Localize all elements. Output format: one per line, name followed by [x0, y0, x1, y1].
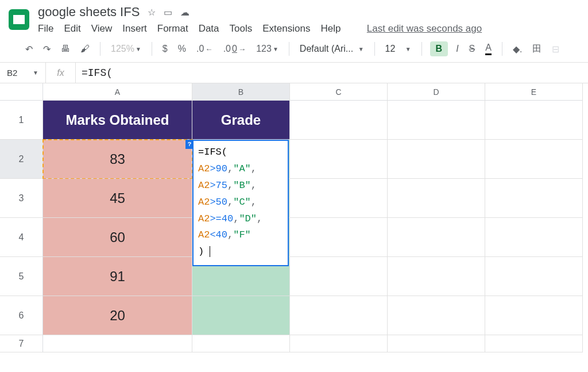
italic-button[interactable]: I [454, 43, 461, 55]
formula-line-0: =IFS( [198, 144, 283, 161]
formula-input[interactable]: =IFS( [76, 67, 588, 79]
bold-button[interactable]: B [430, 41, 448, 56]
text-color-button[interactable]: A [483, 41, 494, 56]
undo-icon[interactable]: ↶ [23, 43, 35, 56]
fx-label: fx [46, 63, 76, 83]
cell-e7[interactable] [485, 335, 583, 352]
name-box[interactable]: B2▼ [0, 63, 46, 83]
cell-c6[interactable] [290, 296, 388, 335]
decrease-decimal-button[interactable]: .0← [194, 43, 215, 55]
formula-editor-popup[interactable]: ? =IFS( A2>90,"A", A2>75,"B", A2>50,"C",… [192, 140, 289, 266]
cell-a1[interactable]: Marks Obtained [43, 101, 192, 140]
menu-bar: File Edit View Insert Format Data Tools … [38, 23, 482, 34]
col-header-b[interactable]: B [192, 83, 290, 101]
spreadsheet-grid: A B C D E 1 Marks Obtained Grade 2 83 3 … [0, 83, 588, 352]
formula-line-4: A2>=40,"D", [198, 211, 283, 228]
cell-a5[interactable]: 91 [43, 257, 192, 296]
formula-line-5: A2<40,"F" [198, 227, 283, 244]
print-icon[interactable]: 🖶 [59, 43, 72, 55]
borders-button[interactable]: 田 [530, 42, 544, 56]
menu-view[interactable]: View [91, 23, 113, 34]
cell-a6[interactable]: 20 [43, 296, 192, 335]
cell-c4[interactable] [290, 218, 388, 257]
cell-e1[interactable] [485, 101, 583, 140]
cell-a4[interactable]: 60 [43, 218, 192, 257]
cloud-icon[interactable]: ☁ [180, 7, 189, 18]
more-formats-dropdown[interactable]: 123 ▼ [254, 43, 281, 55]
fill-color-button[interactable]: ◆. [510, 43, 524, 56]
cell-d4[interactable] [388, 218, 485, 257]
col-header-e[interactable]: E [485, 83, 583, 101]
cell-e2[interactable] [485, 140, 583, 179]
cell-c1[interactable] [290, 101, 388, 140]
move-icon[interactable]: ▭ [164, 7, 172, 18]
menu-data[interactable]: Data [199, 23, 219, 34]
formula-line-2: A2>75,"B", [198, 178, 283, 194]
star-icon[interactable]: ☆ [148, 7, 156, 18]
row-header-6[interactable]: 6 [0, 296, 43, 335]
cell-d7[interactable] [388, 335, 485, 352]
font-size-dropdown[interactable]: 12 ▼ [383, 43, 413, 55]
menu-format[interactable]: Format [157, 23, 188, 34]
font-family-dropdown[interactable]: Default (Ari... ▼ [297, 43, 366, 55]
cell-e4[interactable] [485, 218, 583, 257]
currency-button[interactable]: $ [160, 43, 170, 55]
doc-title[interactable]: google sheets IFS [38, 5, 140, 20]
cell-e3[interactable] [485, 179, 583, 218]
row-header-4[interactable]: 4 [0, 218, 43, 257]
app-header: google sheets IFS ☆ ▭ ☁ File Edit View I… [0, 0, 588, 34]
cell-e6[interactable] [485, 296, 583, 335]
strikethrough-button[interactable]: S [467, 43, 478, 55]
cell-d5[interactable] [388, 257, 485, 296]
cell-c3[interactable] [290, 179, 388, 218]
formula-line-close: ) [198, 244, 283, 260]
menu-tools[interactable]: Tools [230, 23, 253, 34]
cell-c2[interactable] [290, 140, 388, 179]
cell-b7[interactable] [192, 335, 290, 352]
formula-bar: B2▼ fx =IFS( [0, 63, 588, 83]
cell-c5[interactable] [290, 257, 388, 296]
zoom-dropdown[interactable]: 125% ▼ [109, 43, 144, 55]
menu-insert[interactable]: Insert [122, 23, 147, 34]
cell-d1[interactable] [388, 101, 485, 140]
menu-file[interactable]: File [38, 23, 53, 34]
cell-a2[interactable]: 83 [43, 140, 192, 179]
formula-help-icon[interactable]: ? [185, 140, 194, 149]
increase-decimal-button[interactable]: .00→ [221, 43, 249, 55]
menu-extensions[interactable]: Extensions [262, 23, 310, 34]
cell-b6[interactable] [192, 296, 290, 335]
cell-d6[interactable] [388, 296, 485, 335]
col-header-d[interactable]: D [388, 83, 485, 101]
formula-line-3: A2>50,"C", [198, 194, 283, 211]
merge-button[interactable]: ⊟ [550, 43, 562, 56]
row-header-2[interactable]: 2 [0, 140, 43, 179]
cell-d2[interactable] [388, 140, 485, 179]
col-header-a[interactable]: A [43, 83, 192, 101]
cell-a7[interactable] [43, 335, 192, 352]
menu-edit[interactable]: Edit [64, 23, 80, 34]
percent-button[interactable]: % [176, 43, 188, 55]
sheets-logo[interactable] [7, 7, 31, 32]
cell-d3[interactable] [388, 179, 485, 218]
cell-e5[interactable] [485, 257, 583, 296]
row-header-1[interactable]: 1 [0, 101, 43, 140]
formula-line-1: A2>90,"A", [198, 161, 283, 178]
last-edit-link[interactable]: Last edit was seconds ago [367, 23, 482, 34]
cell-a3[interactable]: 45 [43, 179, 192, 218]
row-header-3[interactable]: 3 [0, 179, 43, 218]
toolbar: ↶ ↷ 🖶 🖌 125% ▼ $ % .0← .00→ 123 ▼ Defaul… [0, 34, 588, 63]
redo-icon[interactable]: ↷ [41, 43, 53, 56]
cell-c7[interactable] [290, 335, 388, 352]
row-header-5[interactable]: 5 [0, 257, 43, 296]
cell-b1[interactable]: Grade [192, 101, 290, 140]
select-all-corner[interactable] [0, 83, 43, 101]
row-header-7[interactable]: 7 [0, 335, 43, 352]
paint-format-icon[interactable]: 🖌 [78, 43, 92, 55]
col-header-c[interactable]: C [290, 83, 388, 101]
menu-help[interactable]: Help [320, 23, 341, 34]
